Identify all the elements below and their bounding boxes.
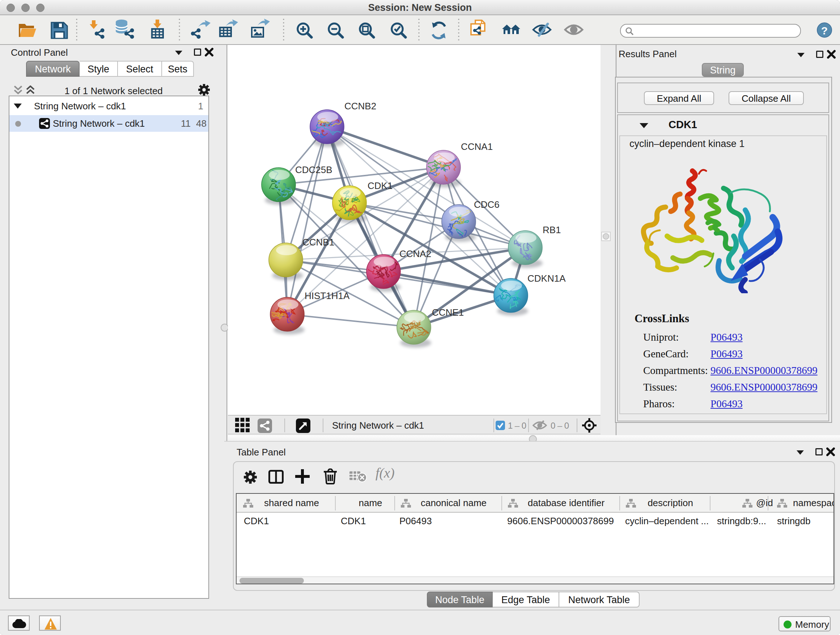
svg-text:CDC25B: CDC25B bbox=[295, 165, 332, 175]
svg-text:CCNA2: CCNA2 bbox=[399, 249, 431, 259]
svg-text:CCNB2: CCNB2 bbox=[344, 101, 376, 111]
svg-text:HIST1H1A: HIST1H1A bbox=[305, 290, 350, 301]
svg-text:CCNE1: CCNE1 bbox=[432, 307, 464, 318]
svg-text:CDKN1A: CDKN1A bbox=[527, 273, 566, 284]
svg-text:CCNB1: CCNB1 bbox=[302, 237, 334, 248]
svg-text:CDK1: CDK1 bbox=[368, 180, 393, 191]
svg-text:CCNA1: CCNA1 bbox=[461, 141, 493, 152]
svg-text:RB1: RB1 bbox=[543, 225, 561, 235]
svg-text:CDC6: CDC6 bbox=[474, 199, 500, 210]
